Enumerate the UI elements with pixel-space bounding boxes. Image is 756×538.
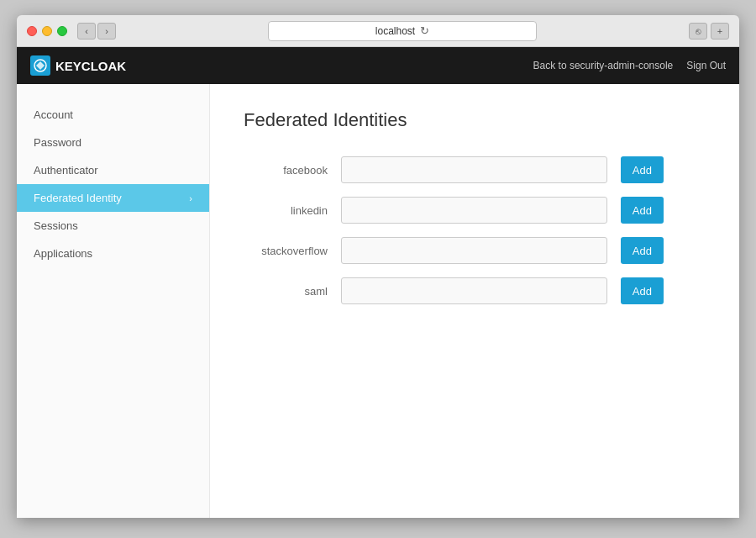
minimize-button[interactable] — [42, 26, 52, 36]
linkedin-add-button[interactable]: Add — [621, 197, 664, 224]
facebook-label: facebook — [244, 164, 328, 177]
svg-marker-1 — [36, 61, 45, 70]
stackoverflow-add-button[interactable]: Add — [621, 237, 664, 264]
close-button[interactable] — [27, 26, 37, 36]
sidebar-item-sessions[interactable]: Sessions — [17, 212, 209, 240]
stackoverflow-input[interactable] — [341, 237, 607, 264]
sign-out-link[interactable]: Sign Out — [686, 60, 726, 71]
table-row: stackoverflow Add — [244, 237, 664, 264]
facebook-add-button[interactable]: Add — [621, 156, 664, 183]
table-row: saml Add — [244, 277, 664, 304]
address-bar-wrapper: localhost ↻ — [123, 21, 682, 41]
brand-icon — [30, 55, 50, 76]
sidebar-item-label: Password — [34, 136, 81, 149]
stackoverflow-label: stackoverflow — [244, 245, 328, 257]
sidebar-item-label: Federated Identity — [34, 192, 122, 204]
keycloak-logo-icon — [34, 59, 47, 72]
sidebar-item-label: Applications — [34, 247, 92, 260]
brand-name: KEYCLOAK — [55, 59, 126, 73]
top-nav-links: Back to security-admin-console Sign Out — [533, 60, 726, 71]
new-tab-button[interactable]: + — [711, 23, 729, 40]
linkedin-input[interactable] — [341, 197, 607, 224]
sidebar-item-label: Sessions — [34, 219, 78, 232]
back-button[interactable]: ‹ — [77, 23, 96, 40]
identity-form: facebook Add linkedin Add stackoverflow — [244, 156, 664, 304]
table-row: facebook Add — [244, 156, 664, 183]
page-title: Federated Identities — [244, 109, 706, 131]
sidebar-item-password[interactable]: Password — [17, 129, 209, 156]
sidebar-item-label: Account — [34, 108, 73, 121]
nav-buttons: ‹ › — [77, 23, 116, 40]
title-bar: ‹ › localhost ↻ ⎋ + — [17, 15, 739, 47]
back-to-admin-link[interactable]: Back to security-admin-console — [533, 60, 674, 71]
window-actions: ⎋ + — [689, 23, 729, 40]
browser-window: ‹ › localhost ↻ ⎋ + KEYCLO — [17, 15, 739, 518]
sidebar-item-federated-identity[interactable]: Federated Identity › — [17, 184, 209, 212]
share-button[interactable]: ⎋ — [689, 23, 707, 40]
sidebar-item-account[interactable]: Account — [17, 101, 209, 129]
sidebar-item-applications[interactable]: Applications — [17, 240, 209, 267]
sidebar-item-authenticator[interactable]: Authenticator — [17, 156, 209, 184]
saml-add-button[interactable]: Add — [621, 277, 664, 304]
brand: KEYCLOAK — [30, 55, 126, 76]
address-bar[interactable]: localhost ↻ — [268, 21, 537, 41]
top-nav: KEYCLOAK Back to security-admin-console … — [17, 47, 739, 84]
sidebar-item-label: Authenticator — [34, 164, 98, 177]
saml-label: saml — [244, 285, 328, 298]
saml-input[interactable] — [341, 277, 607, 304]
url-text: localhost — [375, 25, 415, 37]
linkedin-label: linkedin — [244, 204, 328, 217]
table-row: linkedin Add — [244, 197, 664, 224]
forward-button[interactable]: › — [97, 23, 116, 40]
content-area: Federated Identities facebook Add linked… — [210, 84, 739, 518]
chevron-right-icon: › — [189, 193, 192, 203]
traffic-lights — [27, 26, 67, 36]
app-window: KEYCLOAK Back to security-admin-console … — [17, 47, 739, 518]
refresh-button[interactable]: ↻ — [420, 24, 429, 37]
facebook-input[interactable] — [341, 156, 607, 183]
maximize-button[interactable] — [57, 26, 67, 36]
main-layout: Account Password Authenticator Federated… — [17, 84, 739, 518]
sidebar: Account Password Authenticator Federated… — [17, 84, 210, 518]
